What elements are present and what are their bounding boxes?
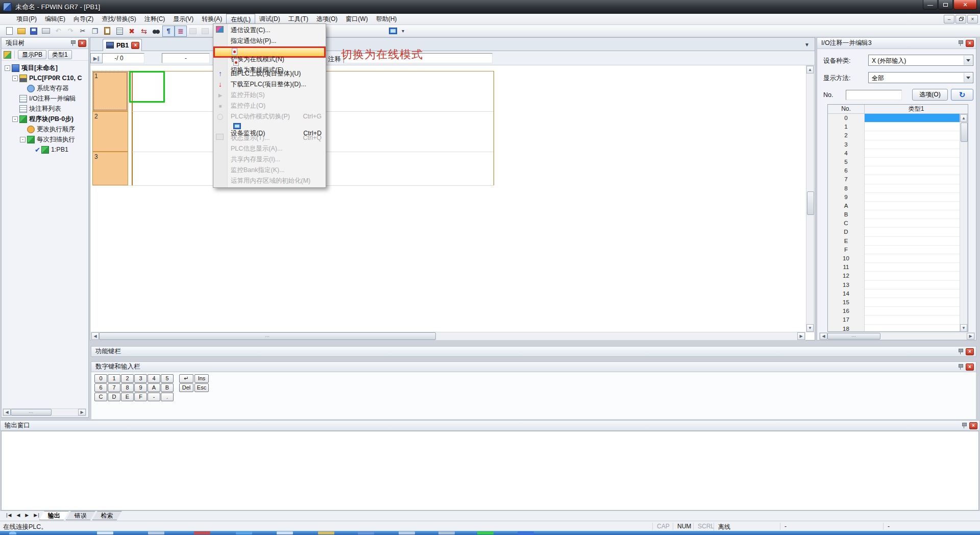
windows-taskbar[interactable] <box>0 531 980 535</box>
menu-item-2[interactable]: 指定通信站(P)... <box>213 36 326 46</box>
tree-expand-icon[interactable]: - <box>5 65 10 71</box>
key-Del[interactable]: Del <box>179 383 193 392</box>
insert-timechart-button[interactable] <box>113 26 126 37</box>
delete-button[interactable] <box>126 26 138 37</box>
mdi-close-button[interactable]: × <box>967 15 978 23</box>
tree-node-3[interactable]: 系统寄存器 <box>3 83 88 93</box>
tree-node-4[interactable]: I/O注释一并编辑 <box>3 93 88 104</box>
io-row-14[interactable]: 14 <box>828 289 968 298</box>
io-row-5[interactable]: 5 <box>828 158 968 166</box>
tree-node-7[interactable]: 更改执行顺序 <box>3 124 88 134</box>
convert-button[interactable] <box>138 26 150 37</box>
io-row-13[interactable]: 13 <box>828 281 968 289</box>
find-button[interactable] <box>150 26 162 37</box>
tree-node-1[interactable]: -项目[未命名] <box>3 63 88 73</box>
menu-item-5[interactable]: 由PLC上载(项目整体)(U) <box>213 68 326 79</box>
device-type-combo[interactable]: X (外部输入) <box>868 55 973 66</box>
key-C[interactable]: C <box>94 393 107 401</box>
app-8-icon[interactable] <box>399 531 415 534</box>
key-Esc[interactable]: Esc <box>194 383 209 392</box>
io-row-2[interactable]: 2 <box>828 131 968 140</box>
tree-sort-icon[interactable] <box>4 51 11 59</box>
io-row-value[interactable] <box>865 298 968 307</box>
io-row-value[interactable] <box>865 228 968 236</box>
tree-node-8[interactable]: -每次扫描执行 <box>3 134 88 144</box>
io-row-A[interactable]: A <box>828 202 968 210</box>
app-7-icon[interactable] <box>358 531 374 534</box>
minimize-button[interactable]: — <box>923 0 938 10</box>
app-11-icon[interactable] <box>518 531 534 534</box>
io-row-value[interactable] <box>865 184 968 193</box>
io-row-11[interactable]: 11 <box>828 263 968 272</box>
key--[interactable]: - <box>148 393 160 401</box>
panel-close-button[interactable]: × <box>969 422 977 429</box>
io-panel-hscrollbar[interactable]: ◀ ⋯ ▶ <box>819 332 975 340</box>
app-4-icon[interactable] <box>236 531 252 534</box>
key-3[interactable]: 3 <box>134 374 147 383</box>
io-row-value[interactable] <box>865 307 968 315</box>
io-row-E[interactable]: E <box>828 237 968 246</box>
app-1-icon[interactable] <box>97 531 113 534</box>
key-D[interactable]: D <box>108 393 120 401</box>
scroll-left-icon[interactable]: ◀ <box>91 332 99 340</box>
tab-close-button[interactable]: × <box>131 42 139 49</box>
tree-expand-icon[interactable]: - <box>20 137 26 142</box>
key-Ins[interactable]: Ins <box>194 374 209 383</box>
output-window-content[interactable] <box>1 431 979 510</box>
toolbar-overflow-caret-icon[interactable]: ▾ <box>399 28 407 34</box>
tab-3[interactable]: 检索 <box>92 511 122 520</box>
key-9[interactable]: 9 <box>134 383 147 392</box>
io-row-value[interactable] <box>865 140 968 149</box>
editor-hscrollbar[interactable]: ◀ ⋯ ▶ <box>91 332 805 341</box>
menu-item-1[interactable]: 通信设置(C)... <box>213 25 326 36</box>
menubar-item-2[interactable]: 编辑(E) <box>41 14 69 25</box>
tree-node-2[interactable]: -PLC[FP0R C10, C <box>3 73 88 83</box>
io-row-8[interactable]: 8 <box>828 184 968 193</box>
app-10-icon[interactable] <box>477 531 494 534</box>
app-3-icon[interactable] <box>194 531 210 534</box>
panel-close-button[interactable]: × <box>966 40 974 47</box>
show-pb-button[interactable]: 显示PB <box>18 50 46 59</box>
scroll-thumb[interactable]: ⋯ <box>827 333 880 339</box>
rung-number-3[interactable]: 3 <box>92 152 128 185</box>
io-row-16[interactable]: 16 <box>828 307 968 315</box>
menubar-item-8[interactable]: 在线(L) <box>226 14 255 25</box>
scroll-up-icon[interactable]: ▲ <box>960 114 967 122</box>
key-5[interactable]: 5 <box>161 374 174 383</box>
tab-pb1[interactable]: PB1 × <box>103 39 142 51</box>
io-row-D[interactable]: D <box>828 228 968 236</box>
io-row-F[interactable]: F <box>828 246 968 254</box>
run-pause-button[interactable]: ▶∥ <box>90 53 103 63</box>
key-1[interactable]: 1 <box>108 374 120 383</box>
type1-button[interactable]: 类型1 <box>48 50 72 59</box>
io-row-3[interactable]: 3 <box>828 140 968 149</box>
io-row-0[interactable]: 0 <box>828 114 968 123</box>
panel-close-button[interactable]: × <box>966 363 974 371</box>
close-button[interactable]: ✕ <box>953 0 977 10</box>
app-6-icon[interactable] <box>318 531 334 534</box>
io-row-9[interactable]: 9 <box>828 193 968 202</box>
key-8[interactable]: 8 <box>121 383 134 392</box>
pin-icon[interactable] <box>958 363 964 370</box>
io-row-value[interactable] <box>865 158 968 166</box>
menubar-item-7[interactable]: 转换(A) <box>198 14 226 25</box>
pin-icon[interactable] <box>958 348 964 355</box>
io-row-value[interactable] <box>865 123 968 131</box>
key-E[interactable]: E <box>121 393 134 401</box>
io-row-value[interactable] <box>865 289 968 298</box>
io-row-value[interactable] <box>865 131 968 140</box>
menubar-item-13[interactable]: 帮助(H) <box>372 14 401 25</box>
menu-item-3[interactable]: 切换为在线模式(N) <box>213 46 326 58</box>
key-7[interactable]: 7 <box>108 383 120 392</box>
io-row-value[interactable] <box>865 315 968 324</box>
io-row-10[interactable]: 10 <box>828 254 968 263</box>
io-row-value[interactable] <box>865 149 968 158</box>
scroll-left-icon[interactable]: ◀ <box>820 333 827 339</box>
io-row-value[interactable] <box>865 237 968 246</box>
io-row-B[interactable]: B <box>828 210 968 219</box>
scroll-thumb[interactable]: ⋯ <box>11 409 52 416</box>
app-5-icon[interactable] <box>277 531 293 534</box>
key-B[interactable]: B <box>161 383 174 392</box>
menubar-item-1[interactable]: 项目(P) <box>12 14 41 25</box>
refresh-button[interactable]: ↻ <box>951 89 973 101</box>
